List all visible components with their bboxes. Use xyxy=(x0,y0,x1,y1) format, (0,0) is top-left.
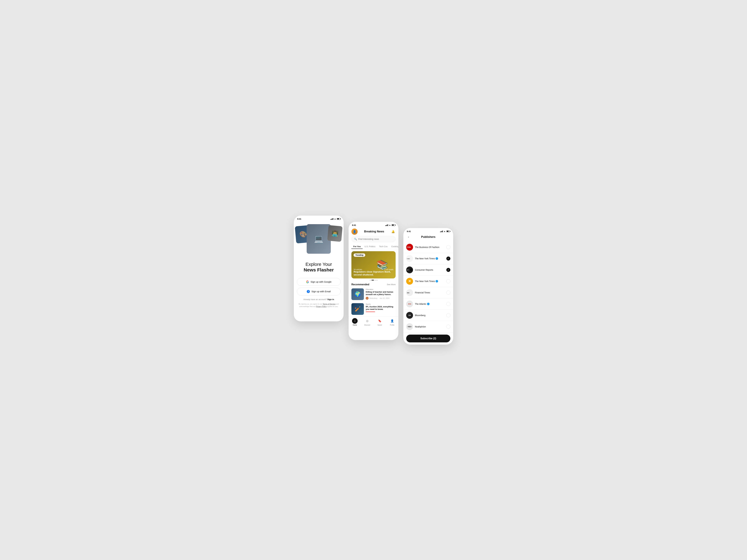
publishers-title: Publishers xyxy=(412,235,444,239)
nav-discover[interactable]: ◎ Discover xyxy=(361,318,374,326)
legal-text: By signing up, you agree to our Terms of… xyxy=(294,300,344,311)
news-header: 👤 Breaking News 🔔 xyxy=(349,227,398,236)
search-icon: 🔍 xyxy=(354,238,357,240)
publisher-item-1[interactable]: CNN The Business Of Fashion xyxy=(403,242,453,253)
hero-image-right xyxy=(327,225,342,242)
pub-check-5[interactable] xyxy=(446,291,450,295)
recommended-title: Recommended xyxy=(352,283,369,286)
publisher-item-5[interactable]: BBC Financial Times xyxy=(403,287,453,298)
verified-badge-6: ✓ xyxy=(427,303,430,305)
news-item-2[interactable]: 🏏 Sports IPL Auction 2024, everything yo… xyxy=(349,302,398,316)
tab-for-you[interactable]: For You xyxy=(352,244,363,249)
nav-profile-label: Profile xyxy=(390,324,394,326)
pub-check-7[interactable] xyxy=(446,313,450,317)
dot-3 xyxy=(375,280,376,281)
pub-check-1[interactable] xyxy=(446,245,450,249)
pub-name-wrap-3: Consumer Reports xyxy=(415,269,444,271)
recommended-header: Recommended See More xyxy=(349,282,398,287)
news-category-2: Sports xyxy=(366,303,395,305)
status-time-1: 9:41 xyxy=(297,218,301,220)
svg-text:BETx: BETx xyxy=(407,269,409,270)
pub-name-4: The New York Times xyxy=(415,280,435,283)
wifi-icon-2: ▲ xyxy=(389,224,391,226)
news-headline-2: IPL Auction 2024, everything you need to… xyxy=(366,305,395,311)
pub-name-wrap-5: Financial Times xyxy=(415,291,444,294)
pub-name-5: Financial Times xyxy=(415,291,430,294)
publisher-item-3[interactable]: BETx Consumer Reports ✓ xyxy=(403,264,453,276)
tab-politics[interactable]: U.S. Politics xyxy=(363,244,377,249)
pub-check-3[interactable]: ✓ xyxy=(446,268,450,272)
pub-name-wrap-1: The Business Of Fashion xyxy=(415,246,444,248)
user-avatar[interactable]: 👤 xyxy=(352,229,358,235)
nav-saved-label: Saved xyxy=(378,324,382,326)
pub-name-1: The Business Of Fashion xyxy=(415,246,439,248)
search-bar[interactable]: 🔍 xyxy=(352,236,395,242)
pub-name-wrap-7: Bloomberg xyxy=(415,314,444,317)
pub-name-wrap-2: The New York Times ✓ xyxy=(415,257,444,260)
hero-news-card[interactable]: 📚 Trending 34 articles 1720 reads Regula… xyxy=(352,251,395,278)
signal-icon-2 xyxy=(385,224,388,226)
pub-logo-cnn: CNN xyxy=(406,244,413,250)
publisher-item-8[interactable]: HBO Noahpinion xyxy=(403,321,453,332)
pub-check-2[interactable]: ✓ xyxy=(446,257,450,261)
search-input[interactable] xyxy=(358,238,393,240)
signal-icon-3 xyxy=(440,231,443,232)
subscribe-button[interactable]: Subscribe (2) xyxy=(406,335,450,342)
see-more-link[interactable]: See More xyxy=(387,283,395,286)
google-signup-button[interactable]: Sign up with Google xyxy=(297,278,340,286)
publisher-item-7[interactable]: G4 Bloomberg xyxy=(403,310,453,321)
nav-saved[interactable]: 🔖 Saved xyxy=(374,318,386,326)
pub-name-wrap-8: Noahpinion xyxy=(415,325,444,328)
hero-images xyxy=(296,222,341,257)
pub-name-6: The Atlantic xyxy=(415,303,426,305)
dot-1 xyxy=(370,280,371,281)
publisher-item-4[interactable]: ✕ The New York Times ✓ xyxy=(403,276,453,287)
back-button[interactable]: ‹ xyxy=(406,235,411,239)
pub-name-wrap-6: The Atlantic ✓ xyxy=(415,303,444,305)
publisher-list: CNN The Business Of Fashion CNBC xyxy=(403,242,453,332)
privacy-link[interactable]: Privacy Policy xyxy=(316,305,327,308)
auth-buttons: Sign up with Google f Sign up with Email xyxy=(294,274,344,297)
hero-headline: Regulators close Signature Bank, second … xyxy=(354,270,393,276)
tab-cooking[interactable]: Cooking xyxy=(389,244,398,249)
signin-link[interactable]: Sign in xyxy=(327,298,334,300)
pub-check-6[interactable] xyxy=(446,302,450,306)
svg-text:CNN: CNN xyxy=(407,246,411,248)
news-date-1: Jun 12, 2024 xyxy=(380,297,389,299)
dot-4 xyxy=(377,280,378,281)
pub-logo-x: ✕ xyxy=(406,278,413,285)
svg-text:CNBC: CNBC xyxy=(407,258,410,259)
title-line1: Explore Your xyxy=(299,262,339,267)
email-signup-button[interactable]: f Sign up with Email xyxy=(297,288,340,295)
onboarding-title: Explore Your News Flasher xyxy=(294,258,344,274)
dot-2[interactable] xyxy=(371,280,374,281)
battery-icon-2 xyxy=(391,224,395,226)
pub-logo-aiua: aiua xyxy=(406,300,413,308)
home-icon: ⌂ xyxy=(352,318,358,324)
terms-link[interactable]: Terms of Service xyxy=(323,303,336,305)
carousel-dots xyxy=(349,280,398,281)
status-icons-1: ▲ xyxy=(331,218,340,220)
news-headline-1: Killing of teacher and hamas assault set… xyxy=(366,291,395,296)
pub-name-3: Consumer Reports xyxy=(415,269,433,271)
nav-home-label: Home xyxy=(353,324,357,326)
nav-profile[interactable]: 👤 Profile xyxy=(386,318,398,326)
tab-tech[interactable]: Tech Cos xyxy=(377,244,389,249)
news-item-1[interactable]: 🌍 Education Killing of teacher and hamas… xyxy=(349,287,398,302)
nav-home[interactable]: ⌂ Home xyxy=(349,318,361,326)
pub-logo-bloomberg: G4 xyxy=(406,312,413,319)
nav-discover-label: Discover xyxy=(364,324,370,326)
saved-icon: 🔖 xyxy=(377,318,383,324)
email-signup-label: Sign up with Email xyxy=(311,290,331,293)
verified-badge-4: ✓ xyxy=(436,280,438,283)
google-signup-label: Sign up with Google xyxy=(311,281,332,283)
pub-check-8[interactable] xyxy=(446,325,450,329)
wifi-icon-1: ▲ xyxy=(334,218,336,220)
pub-check-4[interactable] xyxy=(446,279,450,283)
publisher-item-6[interactable]: aiua The Atlantic ✓ xyxy=(403,298,453,310)
publisher-item-2[interactable]: CNBC The New York Times ✓ ✓ xyxy=(403,253,453,264)
status-time-3: 9:41 xyxy=(407,230,411,233)
facebook-icon: f xyxy=(307,290,310,293)
pub-name-8: Noahpinion xyxy=(415,325,426,328)
notification-bell-icon[interactable]: 🔔 xyxy=(391,229,395,234)
